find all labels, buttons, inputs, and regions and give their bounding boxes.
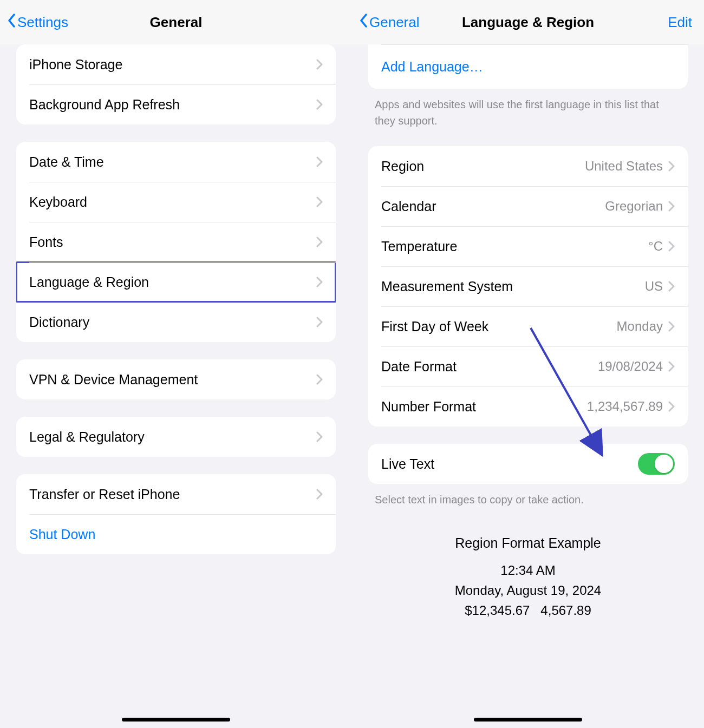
chevron-right-icon <box>668 321 675 332</box>
language-footer-text: Apps and websites will use the first lan… <box>375 96 681 129</box>
page-title-general: General <box>150 14 203 31</box>
chevron-right-icon <box>668 281 675 292</box>
chevron-right-icon <box>668 161 675 172</box>
language-region-pane: General Language & Region Edit Add Langu… <box>352 0 704 728</box>
example-numbers: $12,345.67 4,567.89 <box>368 600 688 620</box>
row-label: Legal & Regulatory <box>29 429 316 445</box>
row-legal-regulatory[interactable]: Legal & Regulatory <box>16 417 336 457</box>
row-value: 1,234,567.89 <box>587 399 663 414</box>
back-to-settings[interactable]: Settings <box>8 14 68 31</box>
row-label: Number Format <box>381 399 587 415</box>
example-date: Monday, August 19, 2024 <box>368 580 688 600</box>
region-format-example: Region Format Example 12:34 AM Monday, A… <box>368 533 688 620</box>
row-measurement-system[interactable]: Measurement System US <box>368 266 688 306</box>
row-date-format[interactable]: Date Format 19/08/2024 <box>368 346 688 386</box>
general-content: iPhone Storage Background App Refresh Da… <box>0 44 352 728</box>
row-label: Fonts <box>29 234 316 250</box>
chevron-right-icon <box>316 99 323 110</box>
row-label: Live Text <box>381 456 638 472</box>
row-value: Gregorian <box>605 199 663 214</box>
row-language-region[interactable]: Language & Region <box>16 262 336 302</box>
chevron-right-icon <box>316 489 323 500</box>
group-live-text: Live Text <box>368 444 688 484</box>
row-label: Keyboard <box>29 194 316 210</box>
row-live-text: Live Text <box>368 444 688 484</box>
live-text-toggle[interactable] <box>638 453 675 475</box>
home-indicator[interactable] <box>474 718 582 722</box>
row-region[interactable]: Region United States <box>368 146 688 186</box>
row-value: 19/08/2024 <box>598 359 663 374</box>
live-text-footer: Select text in images to copy or take ac… <box>375 491 681 508</box>
example-title: Region Format Example <box>368 533 688 554</box>
row-value: Monday <box>617 319 663 334</box>
language-region-content: Add Language… Apps and websites will use… <box>352 44 704 728</box>
chevron-left-icon <box>8 14 16 31</box>
row-background-app-refresh[interactable]: Background App Refresh <box>16 84 336 124</box>
chevron-right-icon <box>316 196 323 207</box>
chevron-right-icon <box>316 277 323 287</box>
row-label: Calendar <box>381 199 605 214</box>
row-label: Measurement System <box>381 279 645 294</box>
row-temperature[interactable]: Temperature °C <box>368 226 688 266</box>
row-dictionary[interactable]: Dictionary <box>16 302 336 342</box>
example-number: 4,567.89 <box>540 603 591 618</box>
chevron-right-icon <box>668 401 675 412</box>
row-label: Region <box>381 159 585 174</box>
row-label: Transfer or Reset iPhone <box>29 487 316 502</box>
general-settings-pane: Settings General iPhone Storage Backgrou… <box>0 0 352 728</box>
chevron-left-icon <box>360 14 368 31</box>
chevron-right-icon <box>316 237 323 247</box>
row-label: Date Format <box>381 359 598 375</box>
row-label: Date & Time <box>29 154 316 170</box>
row-value: US <box>645 279 663 294</box>
row-label: Background App Refresh <box>29 97 316 113</box>
back-label: General <box>369 14 420 31</box>
row-number-format[interactable]: Number Format 1,234,567.89 <box>368 386 688 427</box>
group-languages: Add Language… <box>368 44 688 89</box>
row-first-day-of-week[interactable]: First Day of Week Monday <box>368 306 688 346</box>
chevron-right-icon <box>668 201 675 212</box>
row-label: Shut Down <box>29 527 323 542</box>
chevron-right-icon <box>316 59 323 70</box>
chevron-right-icon <box>316 374 323 385</box>
group-reset: Transfer or Reset iPhone Shut Down <box>16 474 336 554</box>
row-add-language[interactable]: Add Language… <box>368 44 688 89</box>
row-vpn-device-management[interactable]: VPN & Device Management <box>16 359 336 399</box>
chevron-right-icon <box>316 431 323 442</box>
row-label: Add Language… <box>381 59 675 75</box>
row-label: Dictionary <box>29 314 316 330</box>
back-label: Settings <box>17 14 68 31</box>
example-currency: $12,345.67 <box>465 603 530 618</box>
home-indicator[interactable] <box>122 718 230 722</box>
page-title-language-region: Language & Region <box>462 14 594 31</box>
row-date-time[interactable]: Date & Time <box>16 142 336 182</box>
chevron-right-icon <box>668 361 675 372</box>
example-time: 12:34 AM <box>368 560 688 580</box>
row-label: First Day of Week <box>381 319 617 335</box>
row-label: VPN & Device Management <box>29 372 316 388</box>
row-value: °C <box>648 239 663 254</box>
row-iphone-storage[interactable]: iPhone Storage <box>16 44 336 84</box>
group-locale: Date & Time Keyboard Fonts Language & Re… <box>16 142 336 342</box>
navbar-language-region: General Language & Region Edit <box>352 0 704 44</box>
row-label: Temperature <box>381 239 648 254</box>
row-value: United States <box>585 159 663 174</box>
back-to-general[interactable]: General <box>360 14 420 31</box>
group-storage: iPhone Storage Background App Refresh <box>16 44 336 124</box>
chevron-right-icon <box>668 241 675 252</box>
chevron-right-icon <box>316 156 323 167</box>
chevron-right-icon <box>316 317 323 327</box>
row-shut-down[interactable]: Shut Down <box>16 514 336 554</box>
row-calendar[interactable]: Calendar Gregorian <box>368 186 688 226</box>
row-fonts[interactable]: Fonts <box>16 222 336 262</box>
edit-button[interactable]: Edit <box>668 14 692 31</box>
group-vpn: VPN & Device Management <box>16 359 336 399</box>
row-keyboard[interactable]: Keyboard <box>16 182 336 222</box>
row-transfer-reset[interactable]: Transfer or Reset iPhone <box>16 474 336 514</box>
row-label: Language & Region <box>29 274 316 290</box>
row-label: iPhone Storage <box>29 57 316 73</box>
group-region-settings: Region United States Calendar Gregorian … <box>368 146 688 427</box>
toggle-knob <box>655 455 673 473</box>
group-legal: Legal & Regulatory <box>16 417 336 457</box>
navbar-general: Settings General <box>0 0 352 44</box>
